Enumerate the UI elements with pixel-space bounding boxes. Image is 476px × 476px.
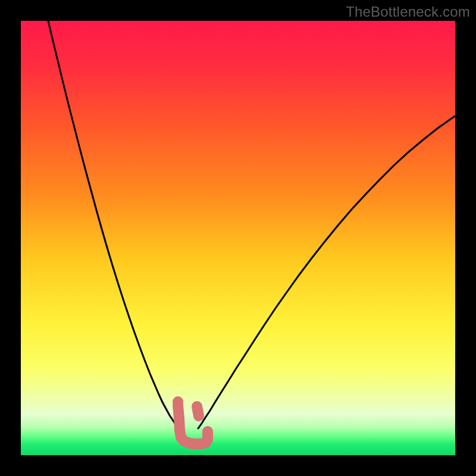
watermark-text: TheBottleneck.com	[346, 4, 470, 20]
curve-layer	[21, 21, 455, 455]
marker-pink	[197, 406, 199, 416]
plot-area	[21, 21, 455, 455]
chart-frame: TheBottleneck.com	[0, 0, 476, 476]
curve-right	[198, 116, 455, 428]
marker-pink-dot	[173, 396, 183, 407]
curve-left	[48, 21, 178, 429]
